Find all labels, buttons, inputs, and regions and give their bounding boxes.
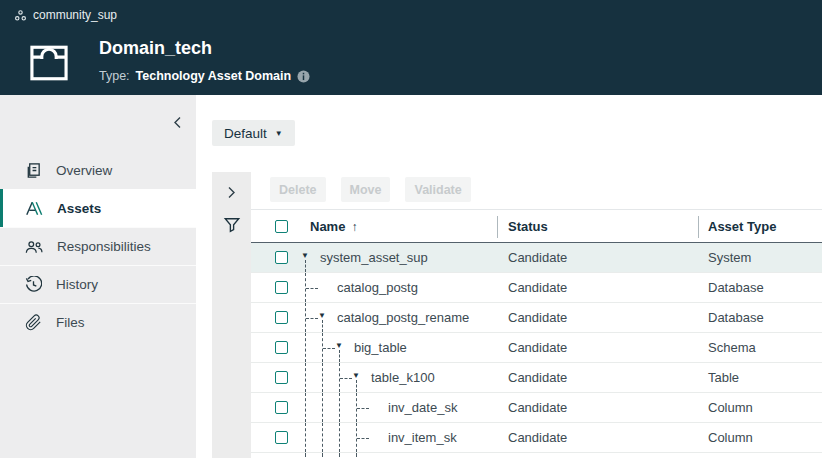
table-row[interactable]: ▼catalog_postg_renameCandidateDatabase: [251, 303, 822, 333]
asset-type: System: [708, 250, 751, 265]
asset-status: Candidate: [508, 340, 567, 355]
breadcrumb[interactable]: community_sup: [14, 8, 117, 22]
table-row[interactable]: catalog_postgCandidateDatabase: [251, 273, 822, 303]
sidebar-item-label: History: [56, 277, 98, 292]
filter-button[interactable]: [212, 212, 251, 238]
sidebar-collapse-button[interactable]: [166, 111, 188, 133]
tree-line: [339, 423, 340, 452]
tree-line: [305, 393, 306, 422]
sidebar-item-responsibilities[interactable]: Responsibilities: [0, 227, 196, 265]
view-switcher-label: Default: [224, 126, 267, 141]
row-checkbox[interactable]: [275, 341, 288, 354]
sidebar-item-files[interactable]: Files: [0, 303, 196, 341]
assets-table: Name↑ Status Asset Type ▼system_asset_su…: [251, 209, 822, 458]
sidebar-item-label: Assets: [57, 201, 101, 216]
asset-status: Candidate: [508, 430, 567, 445]
tree-line: [322, 320, 323, 332]
column-header-status[interactable]: Status: [508, 219, 548, 234]
page-header: community_sup Domain_tech Type: Technolo…: [0, 0, 822, 95]
tree-elbow: [340, 378, 352, 379]
tree-line: [305, 260, 306, 272]
table-row[interactable]: ▼big_tableCandidateSchema: [251, 333, 822, 363]
asset-status: Candidate: [508, 400, 567, 415]
page-title: Domain_tech: [99, 38, 212, 59]
validate-button[interactable]: Validate: [405, 177, 470, 202]
sidebar-item-assets[interactable]: Assets: [0, 189, 196, 227]
expand-toggle-icon[interactable]: ▼: [335, 342, 343, 350]
asset-name[interactable]: catalog_postg_rename: [337, 310, 469, 325]
asset-type: Column: [708, 430, 753, 445]
table-row[interactable]: ▼table_k100CandidateTable: [251, 363, 822, 393]
tree-line: [322, 363, 323, 392]
view-switcher-button[interactable]: Default ▼: [212, 120, 295, 146]
asset-name[interactable]: inv_item_sk: [388, 430, 457, 445]
asset-type-line: Type: Technology Asset Domain: [99, 69, 310, 83]
type-label: Type:: [99, 69, 130, 83]
table-row[interactable]: ▼system_asset_supCandidateSystem: [251, 243, 822, 273]
tree-line: [339, 453, 340, 457]
asset-type: Database: [708, 310, 764, 325]
arrow-up-icon: ↑: [351, 220, 357, 234]
tree-elbow: [306, 288, 318, 289]
expand-toggle-icon[interactable]: ▼: [318, 312, 326, 320]
expand-toggle-icon[interactable]: ▼: [352, 372, 360, 380]
asset-type: Column: [708, 400, 753, 415]
tree-elbow: [357, 408, 369, 409]
tree-line: [339, 393, 340, 422]
asset-name[interactable]: catalog_postg: [337, 280, 418, 295]
column-header-asset-type[interactable]: Asset Type: [708, 219, 776, 234]
expand-toggle-icon[interactable]: ▼: [301, 252, 309, 260]
filter-side-strip: [212, 172, 251, 458]
table-row[interactable]: inv_item_skCandidateColumn: [251, 423, 822, 453]
panel-expand-button[interactable]: [212, 180, 251, 204]
tree-line: [322, 393, 323, 422]
bulk-actions-toolbar: DeleteMoveValidate: [270, 177, 471, 202]
asset-status: Candidate: [508, 280, 567, 295]
asset-status: Candidate: [508, 370, 567, 385]
asset-name[interactable]: big_table: [354, 340, 407, 355]
row-checkbox[interactable]: [275, 431, 288, 444]
history-clock-icon: [25, 276, 42, 293]
asset-type: Schema: [708, 340, 756, 355]
column-header-name[interactable]: Name↑: [310, 219, 357, 234]
row-checkbox[interactable]: [275, 251, 288, 264]
tree-line: [305, 453, 306, 457]
tree-line: [305, 423, 306, 452]
breadcrumb-label: community_sup: [33, 8, 117, 22]
row-checkbox[interactable]: [275, 281, 288, 294]
row-checkbox[interactable]: [275, 371, 288, 384]
tree-elbow: [357, 438, 369, 439]
tree-line: [322, 423, 323, 452]
asset-name[interactable]: table_k100: [371, 370, 435, 385]
tree-line: [305, 333, 306, 362]
row-checkbox[interactable]: [275, 311, 288, 324]
community-icon: [14, 9, 27, 22]
asset-status: Candidate: [508, 310, 567, 325]
select-all-checkbox[interactable]: [275, 220, 288, 233]
tree-line: [356, 380, 357, 392]
table-row[interactable]: inv_date_skCandidateColumn: [251, 393, 822, 423]
delete-button[interactable]: Delete: [270, 177, 326, 202]
chevron-left-icon: [173, 116, 182, 129]
asset-status: Candidate: [508, 250, 567, 265]
app-window: community_sup Domain_tech Type: Technolo…: [0, 0, 822, 458]
table-header-row: Name↑ Status Asset Type: [251, 209, 822, 243]
info-icon[interactable]: [297, 70, 310, 83]
tree-elbow: [323, 348, 335, 349]
table-row-partial: [251, 453, 822, 457]
sidebar-item-label: Overview: [56, 163, 112, 178]
sidebar-item-history[interactable]: History: [0, 265, 196, 303]
row-checkbox[interactable]: [275, 401, 288, 414]
tree-line: [356, 453, 357, 457]
move-button[interactable]: Move: [341, 177, 391, 202]
chevron-right-icon: [227, 186, 236, 199]
domain-icon: [28, 42, 70, 84]
column-separator: [497, 216, 498, 238]
paperclip-icon: [25, 314, 42, 331]
asset-name[interactable]: system_asset_sup: [320, 250, 428, 265]
tree-line: [322, 453, 323, 457]
sidebar-item-overview[interactable]: Overview: [0, 151, 196, 189]
asset-name[interactable]: inv_date_sk: [388, 400, 457, 415]
tree-line: [305, 363, 306, 392]
column-separator: [698, 216, 699, 238]
